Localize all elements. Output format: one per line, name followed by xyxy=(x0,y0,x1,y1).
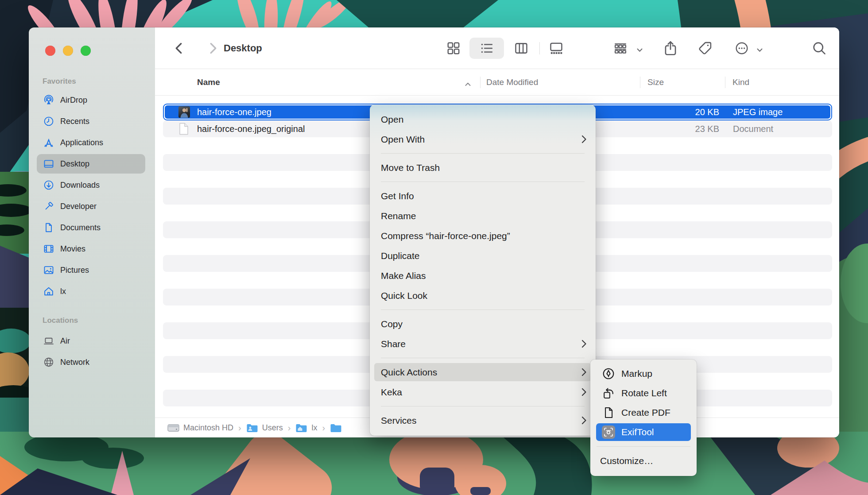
download-circle-icon xyxy=(43,179,54,191)
exiftool-icon xyxy=(602,425,615,439)
sidebar-item-desktop[interactable]: Desktop xyxy=(29,153,155,174)
column-header-date-modified[interactable]: Date Modified xyxy=(486,69,538,95)
folder-icon xyxy=(330,423,342,433)
laptop-icon xyxy=(43,335,54,347)
menu-item-open-with[interactable]: Open With xyxy=(370,129,596,149)
search-button[interactable] xyxy=(811,40,827,56)
menu-item-duplicate[interactable]: Duplicate xyxy=(370,246,596,266)
submenu-item-customize[interactable]: Customize… xyxy=(590,451,697,471)
sidebar-item-applications[interactable]: Applications xyxy=(29,132,155,153)
submenu-item-markup[interactable]: Markup xyxy=(590,364,697,383)
menu-item-share[interactable]: Share xyxy=(370,334,596,354)
menu-separator xyxy=(381,358,585,358)
menu-item-copy[interactable]: Copy xyxy=(370,314,596,334)
sidebar: Favorites AirDrop Recents Applications D… xyxy=(29,27,155,437)
share-button[interactable] xyxy=(662,39,679,57)
tag-button[interactable] xyxy=(697,40,713,56)
menu-item-open[interactable]: Open xyxy=(370,109,596,129)
home-icon xyxy=(43,286,54,297)
sort-ascending-icon xyxy=(465,80,471,84)
sidebar-item-home-lx[interactable]: lx xyxy=(29,281,155,302)
image-thumbnail-icon xyxy=(178,106,190,118)
menu-item-make-alias[interactable]: Make Alias xyxy=(370,266,596,286)
menu-separator xyxy=(381,153,585,154)
menu-item-keka[interactable]: Keka xyxy=(370,382,596,402)
sidebar-item-movies[interactable]: Movies xyxy=(29,238,155,259)
globe-icon xyxy=(43,356,54,368)
document-icon xyxy=(43,222,54,233)
file-size: 20 KB xyxy=(695,105,719,119)
toolbar-separator xyxy=(539,42,540,54)
menu-item-quick-look[interactable]: Quick Look xyxy=(370,286,596,306)
document-file-icon xyxy=(178,123,189,135)
quick-actions-submenu: Markup Rotate Left Create PDF ExifTool C… xyxy=(590,360,697,476)
list-view-button[interactable] xyxy=(479,41,494,56)
menu-item-rename[interactable]: Rename xyxy=(370,206,596,226)
sidebar-item-developer[interactable]: Developer xyxy=(29,196,155,217)
film-icon xyxy=(43,243,54,255)
folder-users-icon xyxy=(246,423,258,433)
path-chevron-icon: › xyxy=(238,423,241,433)
submenu-chevron-icon xyxy=(581,368,587,376)
submenu-item-exiftool[interactable]: ExifTool xyxy=(590,422,697,442)
path-segment-folder[interactable] xyxy=(330,423,346,433)
group-by-chevron-icon[interactable] xyxy=(637,46,643,50)
file-size: 23 KB xyxy=(695,120,719,137)
close-button[interactable] xyxy=(45,46,55,56)
icon-view-button[interactable] xyxy=(446,41,461,56)
column-header-size[interactable]: Size xyxy=(647,69,664,95)
path-segment-lx[interactable]: lx xyxy=(295,423,317,433)
desktop-icon xyxy=(43,158,54,170)
menu-item-quick-actions[interactable]: Quick Actions xyxy=(370,362,596,382)
submenu-item-create-pdf[interactable]: Create PDF xyxy=(590,403,697,422)
sidebar-item-air[interactable]: Air xyxy=(29,330,155,352)
gallery-view-button[interactable] xyxy=(549,41,564,56)
menu-item-get-info[interactable]: Get Info xyxy=(370,186,596,206)
rotate-left-icon xyxy=(602,387,615,400)
menu-item-move-to-trash[interactable]: Move to Trash xyxy=(370,158,596,178)
clock-icon xyxy=(43,116,54,127)
create-pdf-icon xyxy=(602,406,615,419)
path-segment-users[interactable]: Users xyxy=(246,423,283,433)
minimize-button[interactable] xyxy=(63,46,73,56)
hard-drive-icon xyxy=(167,423,179,433)
sidebar-favorites-list: AirDrop Recents Applications Desktop Dow… xyxy=(29,89,155,302)
column-view-button[interactable] xyxy=(514,41,529,56)
submenu-chevron-icon xyxy=(581,340,587,348)
file-kind: Document xyxy=(733,120,773,137)
sidebar-item-pictures[interactable]: Pictures xyxy=(29,259,155,281)
menu-item-services[interactable]: Services xyxy=(370,410,596,430)
submenu-chevron-icon xyxy=(581,416,587,425)
sidebar-section-locations: Locations xyxy=(43,316,78,325)
sidebar-item-recents[interactable]: Recents xyxy=(29,111,155,132)
forward-button[interactable] xyxy=(205,40,221,56)
zoom-button[interactable] xyxy=(81,46,91,56)
desktop: Favorites AirDrop Recents Applications D… xyxy=(0,0,868,495)
column-header-name[interactable]: Name xyxy=(197,69,220,95)
submenu-item-rotate-left[interactable]: Rotate Left xyxy=(590,383,697,403)
path-chevron-icon: › xyxy=(322,423,325,433)
column-header-kind[interactable]: Kind xyxy=(732,69,749,95)
sidebar-item-documents[interactable]: Documents xyxy=(29,217,155,238)
sidebar-item-network[interactable]: Network xyxy=(29,352,155,373)
sidebar-item-downloads[interactable]: Downloads xyxy=(29,174,155,196)
more-actions-chevron-icon[interactable] xyxy=(757,46,763,50)
column-header-row: Name Date Modified Size Kind xyxy=(155,69,839,96)
more-actions-button[interactable] xyxy=(734,41,749,56)
sidebar-item-airdrop[interactable]: AirDrop xyxy=(29,89,155,111)
menu-item-compress[interactable]: Compress “hair-force-one.jpeg” xyxy=(370,226,596,246)
back-button[interactable] xyxy=(171,40,187,56)
hammer-icon xyxy=(43,201,54,212)
path-chevron-icon: › xyxy=(288,423,291,433)
submenu-chevron-icon xyxy=(581,388,587,396)
context-menu: Open Open With Move to Trash Get Info Re… xyxy=(370,105,596,436)
airdrop-icon xyxy=(43,94,54,106)
markup-icon xyxy=(602,367,615,380)
file-name: hair-force-one.jpeg xyxy=(197,105,271,119)
group-by-button[interactable] xyxy=(613,41,628,56)
path-segment-macintosh-hd[interactable]: Macintosh HD xyxy=(167,423,233,433)
menu-separator xyxy=(597,446,690,447)
toolbar: Desktop xyxy=(155,27,839,69)
app-store-icon xyxy=(43,137,54,148)
sidebar-section-favorites: Favorites xyxy=(43,77,76,86)
